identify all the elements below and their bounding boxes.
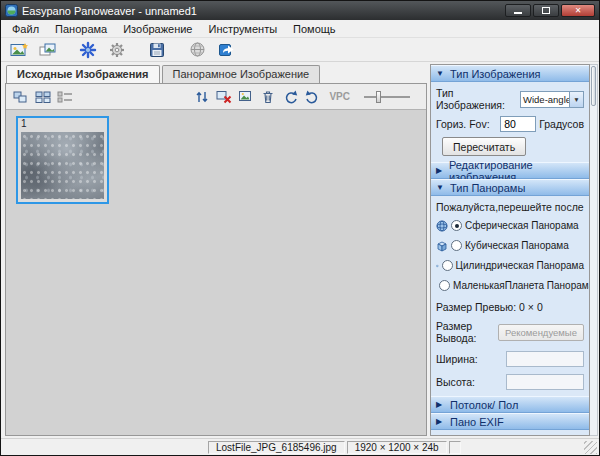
share-button[interactable] [214,39,238,60]
settings-gear-icon [108,41,126,59]
scrollbar-thumb[interactable] [591,66,596,106]
preview-size-value: 0 × 0 [519,301,543,313]
save-button[interactable] [145,39,169,60]
menu-panorama[interactable]: Панорама [47,21,115,37]
expand-arrow-icon: ▶ [436,400,445,409]
restitch-hint: Пожалуйста,перешейте после [436,201,584,213]
minimize-button[interactable] [505,4,531,17]
thumbnail-index: 1 [21,118,27,129]
trash-button[interactable] [259,88,277,106]
save-floppy-icon [149,42,165,58]
main-area: Исходные Изображения Панорамное Изображе… [1,62,599,438]
panel-header-pano-exif[interactable]: ▶ Пано EXIF [431,413,589,430]
source-thumbnail-selected[interactable]: 1 [16,116,109,204]
new-panorama-button[interactable] [7,39,31,60]
tab-panoramic-image[interactable]: Панорамное Изображение [162,65,321,83]
publish-button[interactable] [185,39,209,60]
panorama-option-3[interactable]: МаленькаяПланета Панорама [436,278,584,293]
view-large-thumbnails-icon [13,90,29,104]
view-list-icon [57,90,73,104]
right-side: ▼ Тип Изображения Тип Изображения: Wide-… [430,64,598,436]
panorama-option-2[interactable]: Цилиндрическая Панорама [436,258,584,273]
expand-arrow-icon: ▶ [436,166,444,175]
panel-title: Тип Панорамы [450,182,525,194]
recalculate-button[interactable]: Пересчитать [442,137,526,156]
height-input[interactable] [506,374,584,390]
radio-cubic[interactable] [451,240,462,251]
delete-image-button[interactable] [215,88,233,106]
vpc-label: VPC [325,91,354,102]
stitch-icon [79,41,97,59]
close-icon: ✕ [575,7,582,15]
panel-body-panorama-type: Пожалуйста,перешейте после Сферическая П… [431,196,589,396]
close-button[interactable]: ✕ [561,4,595,17]
view-small-thumbnails-icon [35,90,51,104]
open-images-button[interactable] [36,39,60,60]
rotate-left-button[interactable] [281,88,299,106]
sort-images-button[interactable] [193,88,211,106]
menu-file[interactable]: Файл [4,21,47,37]
maximize-icon [542,7,550,14]
panel-title: Тип Изображения [450,68,541,80]
tab-source-images[interactable]: Исходные Изображения [6,65,160,83]
expand-arrow-icon: ▶ [436,417,445,426]
new-panorama-icon [10,42,28,58]
panel-header-image-type[interactable]: ▼ Тип Изображения [431,65,589,82]
recommended-size-button[interactable]: Рекомендуемые [498,324,584,341]
tab-strip: Исходные Изображения Панорамное Изображе… [5,64,427,83]
image-type-value: Wide-angle/ N [521,94,569,105]
rotate-right-button[interactable] [303,88,321,106]
view-large-thumbnails-button[interactable] [12,88,30,106]
width-input[interactable] [506,351,584,367]
panorama-option-1[interactable]: Кубическая Панорама [436,238,584,253]
collapse-arrow-icon: ▼ [436,69,445,78]
source-image-toolbar: VPC [6,84,426,109]
option-label[interactable]: Кубическая Панорама [465,240,569,251]
image-properties-button[interactable] [237,88,255,106]
fov-label: Гориз. Fov: [436,118,490,130]
view-small-thumbnails-button[interactable] [34,88,52,106]
zoom-slider[interactable] [364,96,410,98]
panel-scrollbar[interactable] [590,64,598,436]
radio-cylindrical[interactable] [442,260,453,271]
panel-header-ceiling-floor[interactable]: ▶ Потолок/ Пол [431,396,589,413]
image-type-dropdown[interactable]: Wide-angle/ N ▼ [520,91,584,108]
preview-size-label: Размер Превью: [436,301,516,313]
menu-tools[interactable]: Инструменты [200,21,285,37]
panel-header-image-edit[interactable]: ▶ Редактирование изображения [431,162,589,179]
panel-title: Пано EXIF [450,416,504,428]
status-bar: LostFile_JPG_6185496.jpg 1920 × 1200 × 2… [1,438,599,455]
panel-title: Потолок/ Пол [450,399,518,411]
image-type-label: Тип Изображения: [436,87,514,111]
zoom-slider-handle[interactable] [376,91,381,103]
maximize-button[interactable] [533,4,559,17]
open-images-icon [39,42,57,58]
main-toolbar [1,38,599,62]
panorama-option-0[interactable]: Сферическая Панорама [436,218,584,233]
chevron-down-icon[interactable]: ▼ [569,92,583,107]
radio-little-planet[interactable] [439,280,450,291]
option-label[interactable]: МаленькаяПланета Панорама [453,280,590,291]
title-bar[interactable]: Easypano Panoweaver - unnamed1 ✕ [1,1,599,20]
resize-grip-icon[interactable] [584,441,597,454]
radio-spherical[interactable] [451,220,462,231]
cylinder-icon [436,260,439,272]
source-pane: Исходные Изображения Панорамное Изображе… [5,64,427,436]
option-label[interactable]: Цилиндрическая Панорама [456,260,584,271]
stitch-button[interactable] [76,39,100,60]
panel-header-panorama-type[interactable]: ▼ Тип Панорамы [431,179,589,196]
status-dimensions: 1920 × 1200 × 24b [347,441,447,454]
settings-button[interactable] [105,39,129,60]
option-label[interactable]: Сферическая Панорама [465,220,579,231]
cube-icon [436,240,448,252]
menu-image[interactable]: Изображение [115,21,200,37]
source-pane-body: VPC 1 [5,83,427,436]
rotate-right-icon [305,90,320,104]
menu-help[interactable]: Помощь [285,21,344,37]
thumbnail-image [21,132,104,199]
fov-input[interactable] [500,116,536,132]
source-images-canvas[interactable]: 1 [6,109,426,435]
view-list-button[interactable] [56,88,74,106]
fov-unit-label: Градусов [539,118,584,130]
app-icon [5,4,18,17]
